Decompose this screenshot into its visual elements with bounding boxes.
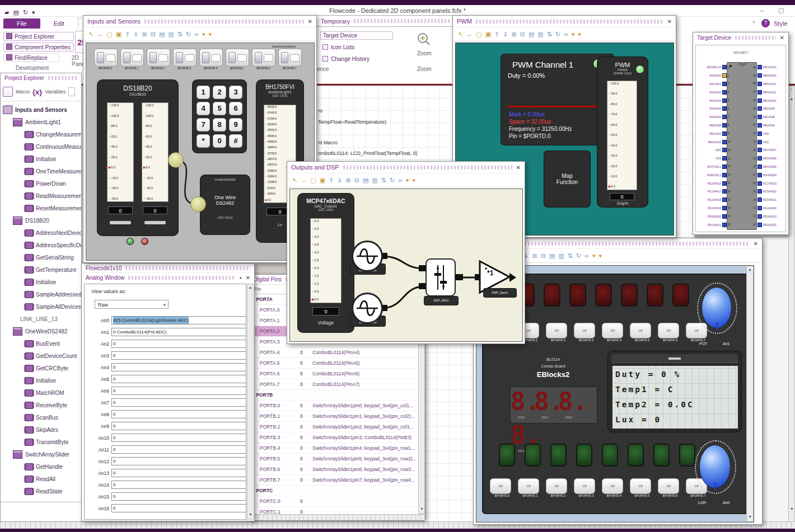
chip-pin[interactable]: 26RC7/AN23 [751, 179, 786, 187]
analog-row[interactable]: An120 [85, 455, 246, 467]
minimize-button[interactable]: – [760, 7, 764, 13]
clipped-tab-icon[interactable] [68, 87, 75, 96]
eblocks-vertical-scrollbar[interactable]: ▲ ▼ [746, 266, 754, 522]
analog-value-field[interactable]: 0 [111, 504, 246, 512]
panel-drag-area[interactable] [125, 266, 250, 270]
icon-lists-checkbox[interactable] [322, 44, 328, 50]
pwm-meter-component[interactable]: PWM PWM2 (PWM CH1) 100.090.080.070.060.0… [597, 57, 648, 207]
toolbar-icon[interactable]: ∞ [584, 253, 589, 259]
digital-pin-row[interactable]: PORTB.30SwitchArraySlider1pin3; ComboBL0… [250, 432, 425, 443]
analog-value-field[interactable]: 0 [111, 410, 246, 418]
toolbar-icon[interactable]: ↻ [390, 177, 395, 183]
project-tree-item[interactable]: GetTemperature [1, 263, 81, 276]
toolbar-icon[interactable]: ∞ [194, 31, 199, 37]
chip-pin[interactable]: 24RC5/AN21 [751, 196, 786, 204]
map-function-component[interactable]: Map Function [544, 151, 590, 207]
analog-value-field[interactable]: 0 ComboBL0114(Pot ADC) [111, 328, 246, 336]
analog-row[interactable]: An40 [85, 361, 246, 373]
toolbar-icon[interactable]: ▢ [310, 177, 316, 183]
chip-pin[interactable]: 23RC4/AN20 [751, 204, 786, 213]
chip-pin[interactable]: RE2/AN1010 [696, 138, 733, 146]
toolbar-icon[interactable]: ⇑ [329, 177, 334, 183]
analog-row[interactable]: An80 [85, 408, 246, 420]
toolbar-icon[interactable]: ⊞ [532, 253, 537, 259]
digital-pin-row[interactable]: PORTB.00SwitchArraySlider1pin0; keypad_3… [250, 401, 425, 411]
close-icon[interactable]: ✕ [754, 241, 758, 247]
project-tree-item[interactable]: MatchROM [1, 387, 81, 399]
chip-pin[interactable]: RE1/AN99 [696, 129, 733, 138]
chip-pin[interactable]: 39RB6/AN14 [751, 72, 786, 80]
icon-lists-check[interactable]: Icon Lists [322, 44, 354, 50]
analog-row[interactable]: An50 [85, 373, 246, 385]
scroll-up-icon[interactable]: ▲ [247, 285, 253, 289]
digital-pin-row[interactable]: PORTA.60ComboBL0114(PinA6) [250, 369, 425, 379]
change-history-checkbox[interactable] [322, 56, 328, 62]
close-icon[interactable]: ✕ [667, 18, 672, 25]
toolbar-icon[interactable]: ▥ [537, 31, 543, 37]
analog-value-field[interactable]: 0 [111, 469, 246, 477]
toolbar-icon[interactable]: ⇅ [381, 177, 386, 183]
flowchart-canvas[interactable]: ro TempFloat=ReadTemperature) nt Macro o… [316, 86, 455, 170]
chip-pin[interactable]: RE3/MCLR1 [696, 63, 733, 72]
chip-pin[interactable]: RC1/AN1716 [696, 187, 733, 196]
panel-drag-area[interactable] [343, 166, 512, 170]
panel-drag-area[interactable] [128, 276, 236, 280]
toolbar-icon[interactable]: ⊞ [345, 177, 350, 183]
project-tree-item[interactable]: OneWireDS2482 [1, 325, 81, 337]
project-tree-item[interactable]: ReceiveByte [1, 399, 81, 411]
chip-pin[interactable]: RD0/AN2019 [696, 212, 733, 220]
analog-row[interactable]: An100 [85, 432, 246, 444]
project-tree-item[interactable]: SampleAddressedD [1, 288, 81, 300]
component-properties-button[interactable]: Component Properties [3, 43, 74, 51]
restore-button[interactable]: ▢ [778, 7, 784, 14]
toolbar-icon[interactable]: ⇓ [133, 31, 138, 37]
chip-pin[interactable]: 38RB5/AN12 [751, 80, 786, 88]
toolbar-icon[interactable]: ↻ [576, 253, 581, 259]
project-tree-item[interactable]: TransmitByte [1, 436, 81, 448]
chip-pin[interactable]: RA4/AN46 [696, 105, 733, 113]
ribbon-collapse-chevron[interactable]: ^ [752, 20, 755, 26]
analog-value-field[interactable]: 0 [111, 340, 246, 348]
project-tree-item[interactable]: SkipAdrs [1, 423, 81, 436]
analog-row[interactable]: An10 ComboBL0114(Pot ADC) [85, 326, 246, 338]
chip-pin[interactable]: RE0/AN88 [696, 121, 733, 130]
project-tree-item[interactable]: AddressNextDevice [1, 227, 81, 239]
toolbar-icon[interactable]: ⇓ [503, 31, 508, 37]
analog-value-field[interactable]: 0 [111, 351, 246, 360]
portd-switch[interactable]: Off$PORTD.5 [630, 478, 654, 497]
chip-pin[interactable]: RD1/AN2120 [696, 220, 733, 229]
toolbar-icon[interactable]: ▤ [159, 31, 165, 37]
connector-node-2[interactable] [190, 196, 206, 212]
project-tree-item[interactable]: ContinuousMeasure [1, 140, 81, 153]
toolbar-icon[interactable]: ▣ [320, 177, 325, 183]
toolbar-icon[interactable]: ▣ [485, 31, 491, 37]
chip-pin[interactable]: 29RD6/AN26 [751, 154, 786, 163]
toolbar-icon[interactable]: ↖ [458, 31, 463, 37]
porta-switch[interactable]: Off$PORTA.5 [630, 323, 654, 342]
analog-row[interactable]: An90 [85, 420, 246, 432]
digital-pin-row[interactable]: PORTC.10 [250, 507, 425, 514]
analog-value-field[interactable]: 0 [111, 445, 246, 454]
toolbar-icon[interactable]: ↔ [301, 177, 307, 183]
toolbar-icon[interactable]: ⊟ [520, 31, 525, 37]
toolbar-icon[interactable]: ⊞ [511, 31, 516, 37]
minimize-icon[interactable]: ▪ [240, 275, 242, 281]
toolbar-icon[interactable]: ⇑ [494, 31, 499, 37]
toolbar-icon[interactable]: ⇓ [337, 177, 342, 183]
lcd-component[interactable]: Duty = 0 %Temp1 = CTemp2 = 0.0CLux = 0 [607, 351, 742, 432]
toolbar-icon[interactable]: ⊞ [142, 31, 147, 37]
toolbar-icon[interactable]: ↻ [186, 31, 191, 37]
toolbar-icon[interactable]: ⇅ [547, 31, 552, 37]
dsp-mixer-component[interactable] [425, 258, 456, 296]
toolbar-icon[interactable]: ⊟ [541, 253, 546, 259]
toolbar-icon[interactable]: ⇅ [177, 31, 183, 37]
toolbar-icon[interactable]: ▾ [599, 253, 602, 259]
analog-value-field[interactable]: 0 [111, 387, 246, 395]
ribbon-tab[interactable]: File [3, 18, 40, 29]
project-tree-item[interactable]: GetSerialString [1, 251, 81, 263]
digital-pin-row[interactable]: PORTC [250, 486, 425, 496]
project-tree-item[interactable]: LINK_LINE_13 [1, 313, 81, 325]
portd-switch[interactable]: Off$PORTD.4 [602, 478, 626, 497]
tab-variables[interactable]: Variables [45, 89, 66, 95]
project-tree-item[interactable]: AddressSpecificDev [1, 239, 81, 251]
